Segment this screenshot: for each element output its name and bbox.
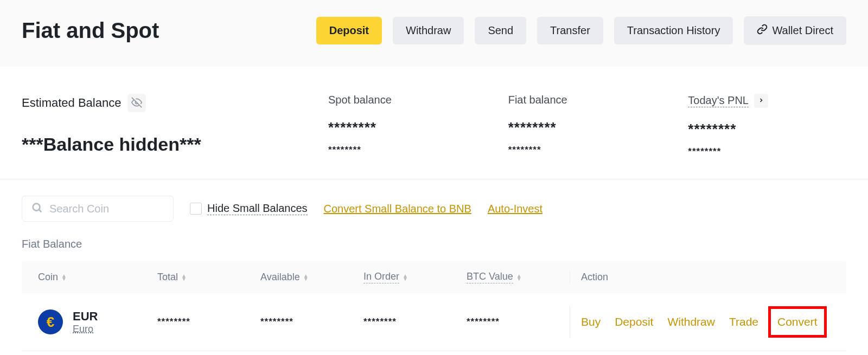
- fiat-balance-subvalue: ********: [508, 145, 667, 156]
- spot-balance-value: ********: [328, 119, 487, 136]
- deposit-button[interactable]: Deposit: [316, 17, 382, 44]
- fiat-balance-block: Fiat balance ******** ********: [508, 94, 667, 157]
- search-input[interactable]: [49, 203, 187, 215]
- convert-highlight: Convert: [768, 306, 827, 338]
- estimated-balance-block: Estimated Balance ***Balance hidden***: [22, 94, 307, 157]
- table-header: Coin ▲▼ Total ▲▼ Available ▲▼ In Order ▲…: [22, 261, 846, 293]
- th-action: Action: [570, 271, 830, 283]
- cell-in-order: ********: [363, 317, 467, 327]
- th-in-order-label: In Order: [363, 271, 399, 283]
- euro-coin-icon: €: [38, 309, 63, 334]
- convert-small-balance-link[interactable]: Convert Small Balance to BNB: [324, 203, 471, 215]
- page-title: Fiat and Spot: [22, 18, 159, 43]
- svg-point-1: [33, 204, 40, 211]
- send-button[interactable]: Send: [475, 17, 526, 44]
- pnl-subvalue: ********: [688, 146, 846, 157]
- sort-icon: ▲▼: [181, 274, 187, 281]
- convert-link[interactable]: Convert: [777, 315, 818, 328]
- pnl-block: Today's PNL ******** ********: [688, 94, 846, 157]
- svg-line-2: [39, 210, 41, 212]
- balance-hidden-text: ***Balance hidden***: [22, 134, 307, 155]
- th-available[interactable]: Available ▲▼: [260, 271, 363, 283]
- hide-small-balances-checkbox[interactable]: Hide Small Balances: [190, 202, 308, 215]
- deposit-link[interactable]: Deposit: [615, 315, 653, 328]
- transaction-history-button[interactable]: Transaction History: [614, 17, 733, 44]
- table-row: € EUR Euro ******** ******** ******** **…: [22, 293, 846, 351]
- coin-symbol: EUR: [73, 309, 98, 324]
- balance-table: Coin ▲▼ Total ▲▼ Available ▲▼ In Order ▲…: [22, 261, 846, 351]
- auto-invest-link[interactable]: Auto-Invest: [488, 203, 542, 215]
- coin-cell: € EUR Euro: [38, 309, 157, 335]
- search-icon: [31, 202, 43, 216]
- sort-icon: ▲▼: [403, 274, 408, 281]
- cell-total: ********: [157, 317, 260, 327]
- fiat-balance-label: Fiat balance: [508, 94, 667, 106]
- cell-available: ********: [260, 317, 363, 327]
- transfer-button[interactable]: Transfer: [537, 17, 603, 44]
- th-coin[interactable]: Coin ▲▼: [38, 271, 157, 283]
- cell-btc-value: ********: [467, 317, 570, 327]
- wallet-direct-button[interactable]: Wallet Direct: [744, 16, 846, 45]
- th-btc-value[interactable]: BTC Value ▲▼: [467, 271, 570, 283]
- hide-small-balances-label: Hide Small Balances: [207, 202, 308, 215]
- filter-row: Hide Small Balances Convert Small Balanc…: [0, 179, 868, 238]
- action-cell: Buy Deposit Withdraw Trade Convert: [570, 306, 830, 338]
- pnl-value: ********: [688, 121, 846, 138]
- th-total-label: Total: [157, 272, 178, 283]
- link-icon: [757, 24, 768, 37]
- toggle-balance-visibility-button[interactable]: [127, 94, 146, 112]
- trade-link[interactable]: Trade: [729, 315, 758, 328]
- th-btc-value-label: BTC Value: [467, 271, 513, 283]
- chevron-right-icon: [758, 97, 764, 105]
- spot-balance-label: Spot balance: [328, 94, 487, 106]
- withdraw-button[interactable]: Withdraw: [393, 17, 464, 44]
- wallet-direct-label: Wallet Direct: [772, 24, 833, 37]
- sort-icon: ▲▼: [516, 274, 522, 281]
- sort-icon: ▲▼: [61, 274, 67, 281]
- checkbox-icon: [190, 203, 202, 215]
- pnl-expand-button[interactable]: [754, 94, 768, 108]
- th-action-label: Action: [581, 272, 608, 283]
- coin-name[interactable]: Euro: [73, 324, 98, 335]
- th-available-label: Available: [260, 272, 300, 283]
- th-total[interactable]: Total ▲▼: [157, 271, 260, 283]
- sort-icon: ▲▼: [303, 274, 309, 281]
- th-in-order[interactable]: In Order ▲▼: [363, 271, 467, 283]
- fiat-balance-section-label: Fiat Balance: [0, 238, 868, 261]
- withdraw-link[interactable]: Withdraw: [667, 315, 715, 328]
- spot-balance-block: Spot balance ******** ********: [328, 94, 487, 157]
- balance-section: Estimated Balance ***Balance hidden*** S…: [0, 67, 868, 179]
- header-actions: Deposit Withdraw Send Transfer Transacti…: [316, 16, 846, 45]
- fiat-balance-value: ********: [508, 119, 667, 136]
- pnl-label: Today's PNL: [688, 94, 749, 107]
- estimated-balance-label: Estimated Balance: [22, 96, 121, 110]
- th-coin-label: Coin: [38, 272, 58, 283]
- search-box[interactable]: [22, 196, 174, 222]
- spot-balance-subvalue: ********: [328, 145, 487, 156]
- buy-link[interactable]: Buy: [581, 315, 601, 328]
- header-bar: Fiat and Spot Deposit Withdraw Send Tran…: [0, 0, 868, 67]
- eye-off-icon: [131, 97, 142, 109]
